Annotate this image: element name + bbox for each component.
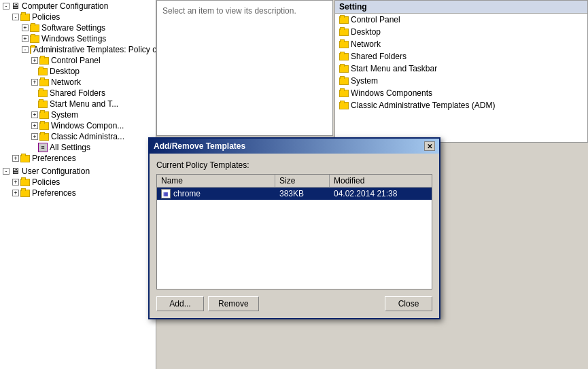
modal-subtitle: Current Policy Templates: [156, 160, 432, 170]
template-size: 383KB [279, 189, 304, 198]
add-button[interactable]: Add... [156, 296, 204, 311]
template-name-cell: ▦ chrome [157, 188, 275, 200]
col-header-name[interactable]: Name [157, 175, 275, 187]
modal-title: Add/Remove Templates [154, 141, 245, 151]
template-modified: 04.02.2014 21:38 [334, 189, 397, 198]
template-list: Name Size Modified ▦ chrome 383KB [156, 174, 432, 289]
modal-btn-group-left: Add... Remove [156, 296, 259, 311]
template-list-header: Name Size Modified [157, 175, 432, 188]
modal-titlebar: Add/Remove Templates ✕ [150, 139, 439, 154]
main-window: - 🖥 Computer Configuration - Policies + … [0, 0, 588, 369]
close-button[interactable]: Close [385, 296, 432, 311]
template-name: chrome [173, 189, 201, 198]
col-header-size[interactable]: Size [275, 175, 330, 187]
add-remove-templates-dialog: Add/Remove Templates ✕ Current Policy Te… [148, 137, 440, 319]
template-file-icon: ▦ [161, 189, 171, 198]
template-modified-cell: 04.02.2014 21:38 [330, 188, 432, 200]
modal-buttons: Add... Remove Close [156, 296, 432, 311]
modal-overlay: Add/Remove Templates ✕ Current Policy Te… [0, 0, 588, 369]
template-size-cell: 383KB [275, 188, 330, 200]
modal-close-button[interactable]: ✕ [424, 141, 435, 151]
col-header-modified[interactable]: Modified [330, 175, 432, 187]
template-row-chrome[interactable]: ▦ chrome 383KB 04.02.2014 21:38 [157, 188, 432, 200]
remove-button[interactable]: Remove [208, 296, 259, 311]
modal-body: Current Policy Templates: Name Size Modi… [150, 154, 439, 318]
